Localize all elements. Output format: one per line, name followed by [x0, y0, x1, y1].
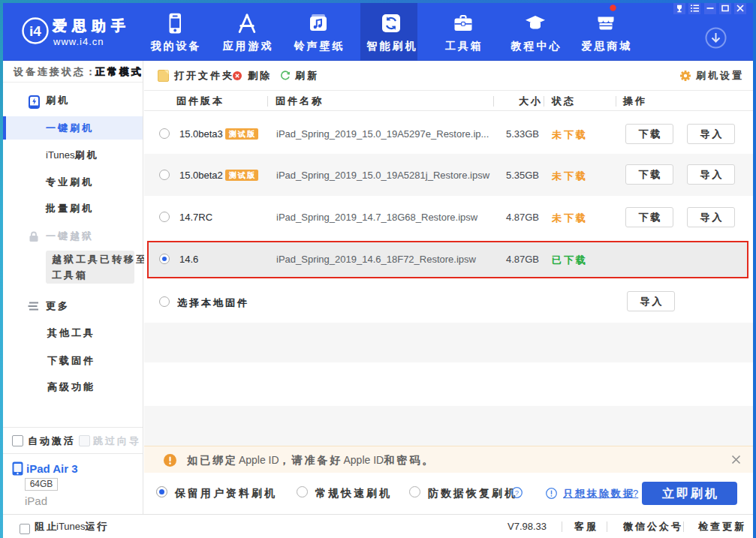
svg-text:i4: i4	[29, 23, 41, 39]
svg-text:?: ?	[515, 488, 519, 497]
